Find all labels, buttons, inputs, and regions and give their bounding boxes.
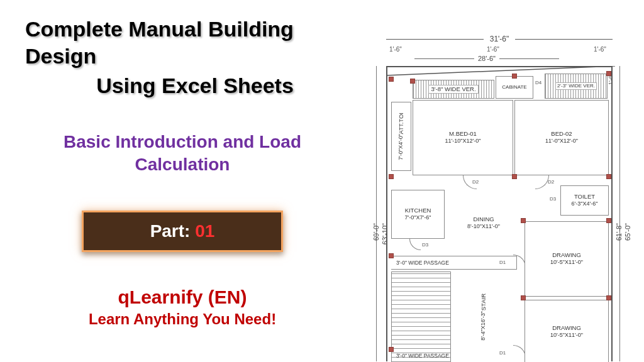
column [512, 74, 517, 79]
dim-overall-width: 31'-6" [386, 35, 613, 43]
door-d3-b: D3 [550, 196, 556, 202]
bed02-name: BED-02 [551, 130, 572, 138]
column [521, 295, 526, 300]
room-att-toi: ATT.TOI 7'-0"X4'-0" [391, 102, 411, 171]
part-number: 01 [195, 221, 214, 241]
room-drawing-1: DRAWING 10'-5"X11'-0" [525, 221, 609, 297]
right-dim-line [619, 66, 620, 361]
stair-name: STAIR [480, 293, 487, 310]
mbed01-name: M.BED-01 [449, 130, 477, 138]
column [389, 77, 394, 82]
dim-left-outer: 69'-0" [372, 223, 380, 241]
drawing2-name: DRAWING [552, 324, 581, 332]
room-bed02: BED-02 11'-0"X12'-0" [514, 100, 609, 175]
column [389, 347, 394, 352]
room-kitchen: KITCHEN 7'-0"X7'-6" [391, 190, 445, 239]
room-verandah-1: 3'-8" WIDE VER. [413, 80, 494, 99]
door-arc-d1a [513, 255, 526, 267]
main-title-line1: Complete Manual Building Design [25, 16, 340, 69]
door-arc-kitchen [409, 239, 421, 250]
door-d3-a: D3 [422, 242, 428, 248]
column [389, 253, 394, 258]
dining-name: DINING [473, 216, 494, 223]
column [606, 295, 611, 300]
room-toilet: TOILET 6'-3"X4'-6" [560, 185, 609, 216]
drawing2-dim: 10'-5"X11'-0" [550, 332, 583, 339]
door-arc-d1b [513, 345, 526, 358]
dining-dim: 8'-10"X11'-0" [467, 223, 500, 230]
drawing1-name: DRAWING [552, 251, 581, 259]
passage1-label: 3'-0" WIDE PASSAGE [396, 260, 449, 266]
room-drawing-2: DRAWING 10'-5"X11'-0" [525, 300, 609, 362]
door-d2-b: D2 [548, 179, 554, 185]
att-toi-dim: 7'-0"X4'-0" [397, 134, 404, 160]
bed02-dim: 11'-0"X12'-0" [545, 138, 578, 145]
door-arc-1 [463, 175, 477, 189]
column [606, 174, 611, 179]
column [512, 174, 517, 179]
column [521, 218, 526, 223]
toilet-dim: 6'-3"X4'-6" [572, 200, 598, 207]
column [389, 174, 394, 179]
kitchen-name: KITCHEN [405, 207, 431, 214]
mbed01-dim: 11'-10"X12'-0" [445, 138, 481, 145]
door-arc-2 [535, 175, 549, 189]
dim-seg-right: 1'-6" [594, 46, 606, 53]
ver2-label: 2'-3" WIDE VER. [555, 82, 597, 90]
plan-frame: 3'-8" WIDE VER. CABINATE 2'-3" WIDE VER.… [386, 66, 613, 361]
dim-right-outer: 65'-0" [624, 223, 631, 241]
brand-name: qLearnify (EN) [25, 287, 340, 308]
dim-inner-width: 28'-6" [414, 55, 559, 62]
room-dining: DINING 8'-10"X11'-0" [446, 190, 521, 256]
part-label: Part: [150, 221, 196, 241]
cabinate-label: CABINATE [502, 84, 526, 90]
stair-dim: 8'-4"X16'-3" [480, 311, 487, 341]
column [606, 71, 611, 76]
left-dim-line [376, 66, 377, 361]
subtitle: Basic Introduction and Load Calculation [25, 131, 340, 177]
column [410, 79, 415, 84]
main-title-line2: Using Excel Sheets [25, 72, 340, 99]
part-badge: Part: 01 [82, 211, 283, 252]
room-passage-1: 3'-0" WIDE PASSAGE [391, 256, 517, 270]
brand-tagline: Learn Anything You Need! [25, 310, 340, 328]
room-mbed01: M.BED-01 11'-10"X12'-0" [413, 100, 513, 175]
door-d1-b: D1 [499, 350, 506, 356]
att-toi-name: ATT.TOI [397, 112, 405, 134]
room-verandah-2: 2'-3" WIDE VER. [545, 74, 608, 99]
dim-seg-mid: 1'-6" [487, 46, 499, 53]
toilet-name: TOILET [574, 193, 595, 200]
dim-seg-left: 1'-6" [389, 46, 402, 53]
column [606, 218, 611, 223]
ver1-label: 3'-8" WIDE VER. [428, 85, 478, 94]
brand-block: qLearnify (EN) Learn Anything You Need! [25, 287, 340, 328]
room-cabinate: CABINATE [496, 76, 533, 99]
kitchen-dim: 7'-0"X7'-6" [405, 214, 431, 221]
door-d1-a: D1 [499, 260, 506, 265]
floor-plan: 31'-6" 1'-6" 1'-6" 1'-6" 28'-6" 69'-0" 6… [355, 28, 638, 361]
passage2-label: 3'-0" WIDE PASSAGE [396, 353, 449, 359]
door-d4-a: D4 [535, 80, 541, 85]
room-stair-steps [391, 272, 451, 362]
dim-right-inner: 61'-8" [615, 223, 623, 241]
room-stair-label: STAIR 8'-4"X16'-3" [452, 272, 515, 362]
drawing1-dim: 10'-5"X11'-0" [550, 259, 583, 266]
